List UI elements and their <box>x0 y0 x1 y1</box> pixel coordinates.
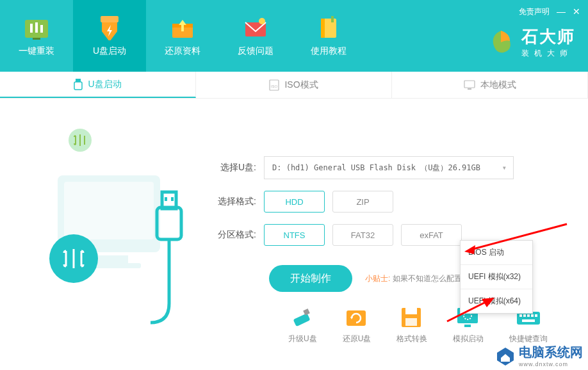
fs-fat32-button[interactable]: FAT32 <box>332 224 393 246</box>
svg-rect-18 <box>468 88 471 90</box>
svg-rect-37 <box>464 325 471 327</box>
svg-rect-34 <box>405 318 417 326</box>
svg-rect-33 <box>405 308 417 314</box>
svg-rect-40 <box>523 314 526 317</box>
restore-box-icon <box>344 305 370 328</box>
nav-label: 使用教程 <box>311 45 347 57</box>
icon-label: 模拟启动 <box>453 334 484 344</box>
mode-hdd-button[interactable]: HDD <box>264 191 325 213</box>
nav-label: 还原资料 <box>165 45 200 57</box>
logo-main: 石大师 <box>521 26 575 48</box>
popup-uefi-x32[interactable]: UEFI 模拟(x32) <box>461 265 532 289</box>
usb-cable-icon <box>144 143 195 329</box>
tab-local[interactable]: 本地模式 <box>392 72 588 98</box>
tab-label: ISO模式 <box>284 79 318 91</box>
boot-mode-popup: BIOS 启动 UEFI 模拟(x32) UEFI 模拟(x64) <box>460 240 533 314</box>
svg-rect-25 <box>157 207 181 239</box>
tab-label: 本地模式 <box>480 79 516 91</box>
udisk-value: D: (hd1) General USB Flash Disk （U盘）26.9… <box>272 163 480 173</box>
nav-usb-boot[interactable]: U盘启动 <box>73 0 146 72</box>
watermark: 电脑系统网 www.dnxtw.com <box>496 344 583 367</box>
iso-icon: ISO <box>269 79 279 91</box>
format-convert-button[interactable]: 格式转换 <box>396 305 427 344</box>
monitor-icon <box>464 80 475 90</box>
svg-rect-28 <box>171 197 174 201</box>
svg-rect-4 <box>33 38 40 40</box>
logo: 石大师 装机大师 <box>487 26 575 59</box>
watermark-icon <box>496 346 515 366</box>
tab-label: U盘启动 <box>88 79 121 90</box>
popup-uefi-x64[interactable]: UEFI 模拟(x64) <box>461 289 532 313</box>
nav-label: 一键重装 <box>19 45 54 57</box>
icon-label: 还原U盘 <box>343 334 372 344</box>
svg-rect-20 <box>64 182 154 239</box>
svg-point-9 <box>259 18 265 24</box>
fs-exfat-button[interactable]: exFAT <box>401 224 462 246</box>
svg-rect-12 <box>331 16 334 22</box>
bar-chart-icon <box>24 15 49 40</box>
fs-label: 分区格式: <box>211 229 256 241</box>
fs-ntfs-button[interactable]: NTFS <box>264 224 325 246</box>
svg-rect-41 <box>527 314 530 317</box>
svg-rect-27 <box>165 197 167 201</box>
chevron-down-icon: ▾ <box>502 163 507 172</box>
svg-rect-29 <box>293 313 311 326</box>
popup-bios-boot[interactable]: BIOS 启动 <box>461 241 532 265</box>
svg-rect-2 <box>35 22 38 33</box>
mode-tabs: U盘启动 ISO ISO模式 本地模式 <box>0 72 588 99</box>
udisk-select[interactable]: D: (hd1) General USB Flash Disk （U盘）26.9… <box>264 156 514 179</box>
start-button[interactable]: 开始制作 <box>269 265 352 292</box>
tip-label: 小贴士: <box>365 274 390 283</box>
header: 免责声明 — ✕ 一键重装 U盘启动 还原资料 反馈问题 使用教程 石大师 装机… <box>0 0 588 72</box>
svg-rect-3 <box>40 25 43 33</box>
svg-rect-14 <box>74 82 82 90</box>
disclaimer-link[interactable]: 免责声明 <box>519 6 550 17</box>
mode-zip-button[interactable]: ZIP <box>332 191 393 213</box>
watermark-url: www.dnxtw.com <box>519 361 583 367</box>
svg-rect-11 <box>321 19 325 38</box>
close-button[interactable]: ✕ <box>573 6 580 17</box>
nav-feedback[interactable]: 反馈问题 <box>219 0 292 72</box>
nav-label: U盘启动 <box>93 45 126 57</box>
usb-icon <box>74 79 83 90</box>
svg-rect-1 <box>30 24 33 33</box>
tab-iso[interactable]: ISO ISO模式 <box>196 72 392 98</box>
nav-tutorial[interactable]: 使用教程 <box>292 0 365 72</box>
upgrade-usb-button[interactable]: 升级U盘 <box>288 305 317 344</box>
usb-drive-icon <box>290 305 315 328</box>
udisk-label: 选择U盘: <box>211 162 256 173</box>
restore-usb-button[interactable]: 还原U盘 <box>343 305 372 344</box>
floppy-icon <box>399 305 425 328</box>
svg-rect-31 <box>347 310 366 326</box>
svg-rect-39 <box>519 314 522 317</box>
svg-rect-30 <box>304 309 311 316</box>
main-nav: 一键重装 U盘启动 还原资料 反馈问题 使用教程 <box>0 0 365 72</box>
svg-rect-44 <box>522 319 535 322</box>
shield-lightning-icon <box>97 15 122 40</box>
svg-rect-43 <box>535 314 537 317</box>
book-icon <box>316 15 341 40</box>
svg-text:ISO: ISO <box>271 84 278 88</box>
nav-reinstall[interactable]: 一键重装 <box>0 0 73 72</box>
upload-box-icon <box>170 15 195 40</box>
svg-rect-38 <box>517 312 540 325</box>
minimize-button[interactable]: — <box>557 6 566 17</box>
icon-label: 快捷键查询 <box>509 334 548 344</box>
svg-rect-5 <box>101 16 118 22</box>
nav-label: 反馈问题 <box>238 45 274 57</box>
watermark-text: 电脑系统网 <box>519 344 583 361</box>
mode-label: 选择格式: <box>211 196 256 207</box>
tab-usb-boot[interactable]: U盘启动 <box>0 72 196 98</box>
svg-rect-17 <box>464 81 475 88</box>
svg-rect-42 <box>531 314 534 317</box>
logo-sub: 装机大师 <box>521 48 575 59</box>
nav-restore[interactable]: 还原资料 <box>146 0 219 72</box>
envelope-icon <box>243 15 268 40</box>
illustration <box>26 118 186 310</box>
icon-label: 升级U盘 <box>288 334 317 344</box>
icon-label: 格式转换 <box>396 334 427 344</box>
logo-icon <box>487 28 515 56</box>
